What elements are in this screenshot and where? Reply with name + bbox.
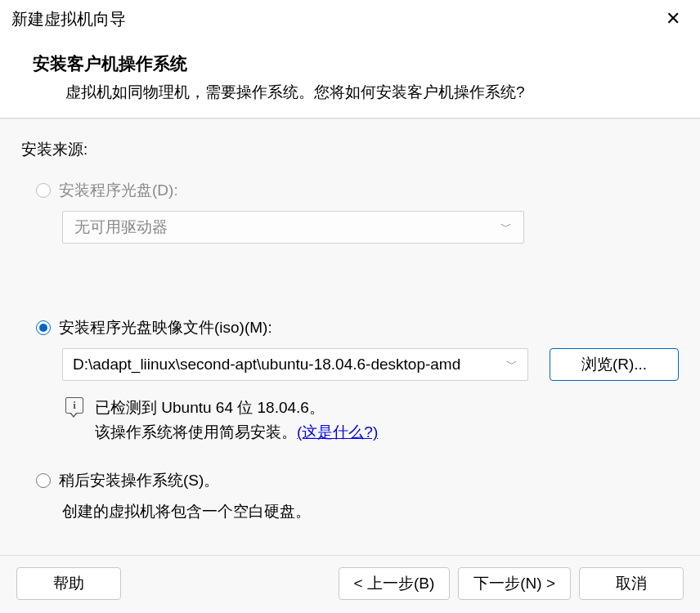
option-install-later[interactable]: 稍后安装操作系统(S)。 bbox=[21, 470, 679, 491]
radio-iso[interactable] bbox=[36, 320, 51, 335]
iso-path-input[interactable]: D:\adapt_liinux\second-apt\ubuntu-18.04.… bbox=[62, 348, 528, 381]
disc-drive-value: 无可用驱动器 bbox=[74, 217, 168, 238]
easy-install-help-link[interactable]: (这是什么?) bbox=[297, 423, 378, 441]
info-icon: i bbox=[65, 397, 83, 414]
radio-disc bbox=[36, 183, 51, 198]
disc-drive-dropdown: 无可用驱动器 ﹀ bbox=[62, 211, 524, 244]
next-button[interactable]: 下一步(N) > bbox=[458, 567, 571, 600]
page-subtitle: 虚拟机如同物理机，需要操作系统。您将如何安装客户机操作系统? bbox=[33, 82, 667, 103]
chevron-down-icon[interactable]: ﹀ bbox=[506, 357, 518, 372]
back-button[interactable]: < 上一步(B) bbox=[339, 567, 451, 600]
help-button[interactable]: 帮助 bbox=[16, 567, 121, 600]
cancel-button[interactable]: 取消 bbox=[579, 567, 684, 600]
page-title: 安装客户机操作系统 bbox=[33, 52, 667, 75]
detected-os-info: 已检测到 Ubuntu 64 位 18.04.6。 该操作系统将使用简易安装。(… bbox=[95, 396, 378, 445]
wizard-button-bar: 帮助 < 上一步(B) 下一步(N) > 取消 bbox=[0, 555, 700, 613]
wizard-header: 安装客户机操作系统 虚拟机如同物理机，需要操作系统。您将如何安装客户机操作系统? bbox=[0, 36, 700, 119]
install-source-label: 安装来源: bbox=[21, 139, 679, 160]
option-later-label: 稍后安装操作系统(S)。 bbox=[59, 470, 219, 491]
iso-path-value: D:\adapt_liinux\second-apt\ubuntu-18.04.… bbox=[73, 356, 460, 374]
option-later-description: 创建的虚拟机将包含一个空白硬盘。 bbox=[62, 501, 679, 522]
info-line2-prefix: 该操作系统将使用简易安装。 bbox=[95, 423, 297, 441]
close-icon[interactable]: ✕ bbox=[657, 7, 689, 31]
option-iso-label: 安装程序光盘映像文件(iso)(M): bbox=[59, 317, 272, 338]
option-install-disc: 安装程序光盘(D): bbox=[21, 180, 679, 201]
browse-button[interactable]: 浏览(R)... bbox=[550, 348, 679, 381]
radio-later[interactable] bbox=[36, 473, 51, 488]
chevron-down-icon: ﹀ bbox=[500, 220, 512, 235]
option-disc-label: 安装程序光盘(D): bbox=[59, 180, 178, 201]
option-install-iso[interactable]: 安装程序光盘映像文件(iso)(M): bbox=[21, 317, 679, 338]
window-title: 新建虚拟机向导 bbox=[11, 8, 126, 30]
info-line1: 已检测到 Ubuntu 64 位 18.04.6。 bbox=[95, 399, 325, 416]
